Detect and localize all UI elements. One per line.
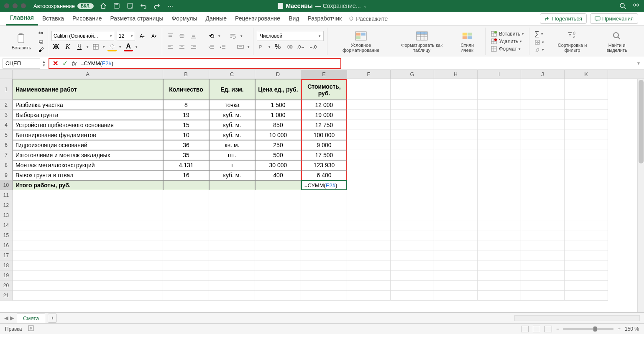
insert-cells[interactable]: Вставить▾ xyxy=(489,30,526,38)
colhdr-B[interactable]: B xyxy=(163,70,209,79)
hdr-cost[interactable]: Стоимость, руб. xyxy=(301,79,347,100)
tell-me[interactable]: Расскажите xyxy=(348,15,388,22)
cell-cost[interactable]: 12 000 xyxy=(301,100,347,110)
zoom-out-icon[interactable]: − xyxy=(556,326,559,332)
colhdr-I[interactable]: I xyxy=(478,70,521,79)
rowhdr-4[interactable]: 4 xyxy=(0,120,13,130)
hdr-unit[interactable]: Ед. изм. xyxy=(209,79,255,100)
page-break-view-icon[interactable] xyxy=(544,326,552,332)
maximize-window[interactable] xyxy=(21,3,26,8)
zoom-slider[interactable] xyxy=(563,328,613,330)
cell-styles[interactable]: Стили ячеек xyxy=(452,28,482,54)
colhdr-K[interactable]: K xyxy=(565,70,608,79)
select-all-corner[interactable] xyxy=(0,70,13,79)
rowhdr-18[interactable]: 18 xyxy=(0,260,13,270)
tab-page-layout[interactable]: Разметка страницы xyxy=(106,13,168,25)
cell-unit[interactable]: шт. xyxy=(209,150,255,160)
rowhdr-1[interactable]: 1 xyxy=(0,79,13,100)
decrease-font-icon[interactable]: A▾ xyxy=(149,31,158,41)
rowhdr-13[interactable]: 13 xyxy=(0,210,13,220)
align-right-icon[interactable] xyxy=(189,42,198,51)
cut-icon[interactable]: ✂ xyxy=(38,30,44,36)
increase-indent-icon[interactable] xyxy=(218,42,227,51)
cell-unit[interactable]: куб. м. xyxy=(209,110,255,120)
zoom-in-icon[interactable]: + xyxy=(618,326,621,332)
format-cells[interactable]: Формат▾ xyxy=(489,45,526,53)
hdr-name[interactable]: Наименование работ xyxy=(13,79,163,100)
rowhdr-12[interactable]: 12 xyxy=(0,200,13,210)
cell-name[interactable]: Разбивка участка xyxy=(13,100,163,110)
rowhdr-11[interactable]: 11 xyxy=(0,190,13,200)
cell-price[interactable]: 10 000 xyxy=(255,130,301,140)
autosum[interactable]: ∑▾ xyxy=(533,30,546,38)
undo-icon[interactable] xyxy=(140,2,147,10)
window-controls[interactable] xyxy=(4,3,26,8)
colhdr-J[interactable]: J xyxy=(521,70,565,79)
bold-icon[interactable]: Ж xyxy=(51,42,61,51)
cell-cost[interactable]: 123 930 xyxy=(301,160,347,170)
rowhdr-8[interactable]: 8 xyxy=(0,160,13,170)
cell-name[interactable]: Изготовление и монтаж закладных xyxy=(13,150,163,160)
add-sheet-button[interactable]: + xyxy=(48,314,57,323)
rowhdr-15[interactable]: 15 xyxy=(0,230,13,240)
rowhdr-7[interactable]: 7 xyxy=(0,150,13,160)
hdr-price[interactable]: Цена ед., руб. xyxy=(255,79,301,100)
cell-name[interactable]: Бетонирование фундаментов xyxy=(13,130,163,140)
decrease-decimal-icon[interactable]: ←,0 xyxy=(308,42,317,51)
accessibility-icon[interactable] xyxy=(28,325,34,332)
tab-formulas[interactable]: Формулы xyxy=(168,13,202,25)
namebox-stepper[interactable]: ▲▼ xyxy=(41,60,47,67)
cell-price[interactable]: 400 xyxy=(255,170,301,180)
cell-unit[interactable]: куб. м. xyxy=(209,120,255,130)
delete-cells[interactable]: Удалить▾ xyxy=(489,38,526,45)
colhdr-C[interactable]: C xyxy=(209,70,255,79)
save-icon[interactable] xyxy=(113,2,120,10)
underline-icon[interactable]: Ч xyxy=(75,42,84,51)
sheet-tab-smeta[interactable]: Смета xyxy=(17,314,45,323)
rowhdr-14[interactable]: 14 xyxy=(0,220,13,230)
italic-icon[interactable]: К xyxy=(63,42,72,51)
share-icon[interactable] xyxy=(632,2,640,10)
cell-unit[interactable]: точка xyxy=(209,100,255,110)
tab-draw[interactable]: Рисование xyxy=(68,13,106,25)
rowhdr-6[interactable]: 6 xyxy=(0,140,13,150)
cell-qty[interactable]: 35 xyxy=(163,150,209,160)
tab-data[interactable]: Данные xyxy=(201,13,231,25)
save-as-icon[interactable] xyxy=(126,2,134,10)
name-box[interactable]: СЦЕП xyxy=(3,59,40,69)
borders-icon[interactable] xyxy=(91,42,100,51)
total-qty[interactable] xyxy=(163,180,209,190)
autosave-toggle[interactable]: ВКЛ. xyxy=(77,3,94,9)
cell-name[interactable]: Монтаж металлоконструкций xyxy=(13,160,163,170)
cell-cost[interactable]: 9 000 xyxy=(301,140,347,150)
cell-unit[interactable]: кв. м. xyxy=(209,140,255,150)
cell-unit[interactable]: т xyxy=(209,160,255,170)
rowhdr-16[interactable]: 16 xyxy=(0,240,13,250)
total-price[interactable] xyxy=(255,180,301,190)
colhdr-F[interactable]: F xyxy=(347,70,391,79)
total-label[interactable]: Итого работы, руб. xyxy=(13,180,163,190)
rowhdr-21[interactable]: 21 xyxy=(0,291,13,301)
align-left-icon[interactable] xyxy=(166,42,175,51)
cell-unit[interactable]: куб. м. xyxy=(209,170,255,180)
cell-cost[interactable]: 19 000 xyxy=(301,110,347,120)
cell-price[interactable]: 1 000 xyxy=(255,110,301,120)
tab-view[interactable]: Вид xyxy=(284,13,303,25)
cell-price[interactable]: 500 xyxy=(255,150,301,160)
cancel-icon[interactable]: ✕ xyxy=(53,59,58,67)
rowhdr-10[interactable]: 10 xyxy=(0,180,13,190)
increase-decimal-icon[interactable]: ,0→ xyxy=(296,42,306,51)
orientation-icon[interactable]: ⟲ xyxy=(207,31,216,41)
colhdr-A[interactable]: A xyxy=(13,70,163,79)
enter-icon[interactable]: ✓ xyxy=(62,59,68,67)
cell-qty[interactable]: 16 xyxy=(163,170,209,180)
align-bottom-icon[interactable] xyxy=(189,31,198,41)
page-layout-view-icon[interactable] xyxy=(533,326,540,332)
rowhdr-5[interactable]: 5 xyxy=(0,130,13,140)
rowhdr-20[interactable]: 20 xyxy=(0,281,13,291)
rowhdr-2[interactable]: 2 xyxy=(0,100,13,110)
minimize-window[interactable] xyxy=(13,3,18,8)
cell-qty[interactable]: 4,131 xyxy=(163,160,209,170)
sort-filter[interactable]: Сортировка и фильтр xyxy=(548,28,596,54)
cell-price[interactable]: 250 xyxy=(255,140,301,150)
